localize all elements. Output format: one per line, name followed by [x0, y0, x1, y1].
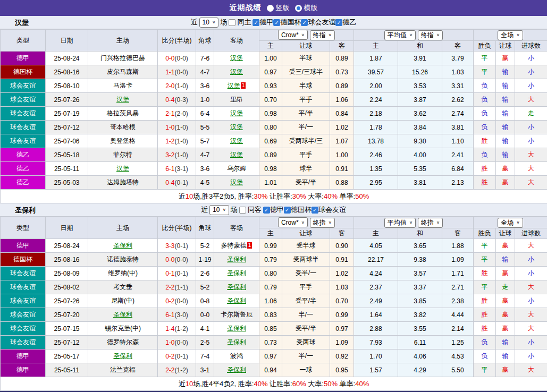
same-side-checkbox[interactable]: [239, 207, 246, 214]
league-checkbox[interactable]: [335, 19, 342, 26]
avg-odds-draw: 9.30: [398, 134, 442, 148]
home-team[interactable]: 圣保利: [113, 352, 132, 360]
handicap-odds-away: 1.02: [330, 121, 354, 134]
match-score: 3-2(1-0): [158, 148, 196, 162]
home-team[interactable]: 圣保利: [113, 311, 132, 318]
league-filter-group: 德甲 德国杯 球会友谊: [263, 205, 346, 215]
corner-score: 3-1: [196, 363, 214, 377]
red-card-badge-away: 1: [241, 82, 246, 89]
avg-odds-away: 5.50: [442, 363, 474, 377]
handicap-line: 受平/半: [282, 322, 330, 336]
away-team[interactable]: 汉堡: [230, 178, 243, 186]
home-team[interactable]: 汉堡: [116, 96, 129, 103]
home-team: 菲尔特: [113, 151, 132, 158]
match-count-select[interactable]: 10∨: [209, 205, 229, 215]
vertical-layout-radio[interactable]: [267, 5, 274, 12]
top-bar: 近期战绩 竖版 横版: [0, 0, 547, 16]
away-team[interactable]: 圣保利: [227, 269, 246, 277]
handicap-group-header: Crow*∨ 终指∨: [259, 217, 354, 228]
away-team[interactable]: 汉堡: [228, 82, 240, 89]
average-select[interactable]: 平均值∨: [384, 218, 416, 228]
fulltime-score: 1-0: [165, 339, 174, 346]
final-index-select-2[interactable]: 终指∨: [418, 30, 443, 40]
same-side-label: 同客: [248, 205, 262, 215]
final-index-select-2[interactable]: 终指∨: [418, 218, 443, 228]
away-team[interactable]: 汉堡: [230, 137, 243, 144]
table-row: 德甲 25-05-17 圣保利 0-2(0-1) 7-4 波鸿 0.97 半/一…: [1, 350, 547, 363]
result-wdl: 平: [474, 52, 496, 65]
result-wdl: 负: [474, 107, 496, 121]
result-wdl: 平: [474, 363, 496, 377]
col-header-away: 客场: [214, 30, 259, 52]
away-team[interactable]: 汉堡: [230, 109, 243, 117]
fulltime-score: 0-1: [165, 270, 174, 277]
result-wdl: 胜: [474, 308, 496, 322]
home-team[interactable]: 汉堡: [116, 165, 129, 172]
away-team[interactable]: 圣保利: [227, 283, 246, 291]
home-team[interactable]: 圣保利: [113, 242, 132, 249]
average-group-header: 平均值∨ 终指∨: [354, 30, 474, 41]
chevron-down-icon: ∨: [212, 20, 216, 24]
away-team: 乌尔姆: [227, 165, 246, 172]
away-team[interactable]: 汉堡: [230, 151, 243, 158]
away-team[interactable]: 圣保利: [227, 325, 246, 332]
result-goals: 大: [515, 308, 547, 322]
final-index-select[interactable]: 终指∨: [310, 218, 335, 228]
scope-select[interactable]: 全场∨: [498, 218, 523, 228]
fulltime-score: 0-0: [165, 256, 174, 263]
sub-header-home-odds: 主: [259, 228, 282, 239]
result-goals: 大: [515, 239, 547, 253]
horizontal-layout-radio[interactable]: [295, 5, 302, 12]
avg-odds-draw: 15.26: [398, 65, 442, 79]
result-wdl: 平: [474, 280, 496, 294]
col-header-away: 客场: [214, 217, 259, 239]
table-row: 德乙 25-05-11 汉堡 6-1(3-1) 3-6 乌尔姆 0.98 球半 …: [1, 162, 547, 176]
match-score: 0-4(0-1): [158, 176, 196, 190]
handicap-odds-away: 0.73: [330, 65, 354, 79]
avg-odds-away: 2.13: [442, 176, 474, 190]
home-team: 皮尔马森斯: [107, 68, 139, 75]
handicap-odds-home: 0.73: [259, 336, 282, 350]
match-score: 6-1(3-1): [158, 162, 196, 176]
handicap-odds-home: 0.69: [259, 134, 282, 148]
handicap-odds-away: 0.97: [330, 322, 354, 336]
away-team[interactable]: 圣保利: [227, 255, 246, 263]
away-team[interactable]: 汉堡: [230, 68, 243, 75]
avg-odds-draw: 4.06: [398, 350, 442, 363]
away-team[interactable]: 圣保利: [227, 338, 246, 346]
fulltime-score: 1-4: [165, 325, 174, 333]
away-team: 卡尔斯鲁厄: [221, 311, 253, 318]
away-team[interactable]: 汉堡: [230, 123, 243, 131]
league-checkbox[interactable]: [312, 207, 318, 214]
fulltime-score: 0-4: [165, 96, 174, 104]
halftime-score: (1-2): [175, 325, 188, 333]
bookmaker-select[interactable]: Crow*∨: [278, 30, 308, 40]
league-checkbox[interactable]: [253, 19, 259, 26]
chevron-down-icon: ∨: [301, 33, 305, 37]
final-index-select[interactable]: 终指∨: [310, 30, 335, 40]
handicap-line: 半/一: [282, 308, 330, 322]
match-score: 2-2(1-1): [158, 280, 196, 294]
scope-select[interactable]: 全场∨: [498, 30, 523, 40]
bookmaker-select[interactable]: Crow*∨: [278, 217, 308, 227]
handicap-odds-away: 0.91: [330, 162, 354, 176]
league-checkbox[interactable]: [263, 207, 270, 214]
avg-odds-draw: 3.85: [398, 294, 442, 308]
handicap-odds-home: 0.98: [259, 107, 282, 121]
league-checkbox[interactable]: [301, 19, 308, 26]
handicap-line: 受平/半: [282, 176, 330, 190]
games-label: 场: [231, 205, 238, 215]
league-checkbox[interactable]: [273, 19, 280, 26]
away-team[interactable]: 圣保利: [227, 366, 246, 373]
corner-score: 0-0: [196, 308, 214, 322]
away-team[interactable]: 圣保利: [227, 297, 246, 304]
corner-score: 4-7: [196, 65, 214, 79]
match-score: 1-4(1-2): [158, 322, 196, 336]
match-count-select[interactable]: 10∨: [199, 18, 219, 28]
match-score: 1-1(0-0): [158, 65, 196, 79]
away-team[interactable]: 汉堡: [230, 54, 243, 62]
same-side-checkbox[interactable]: [229, 19, 235, 26]
corner-score: 0-8: [196, 294, 214, 308]
league-checkbox[interactable]: [284, 207, 291, 214]
average-select[interactable]: 平均值∨: [384, 30, 416, 40]
